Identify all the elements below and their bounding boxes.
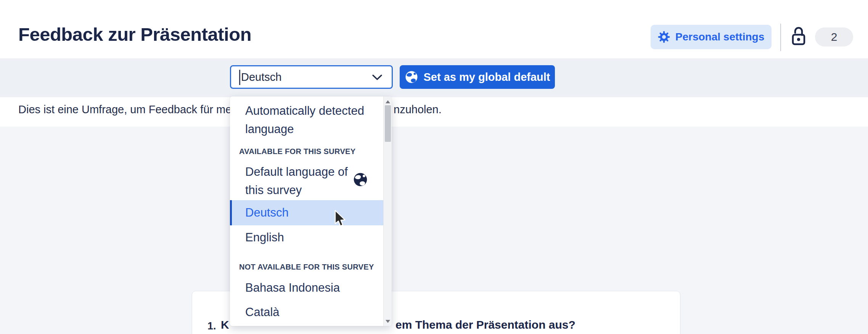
personal-settings-button[interactable]: Personal settings — [651, 25, 772, 49]
survey-description-left: Dies ist eine Umfrage, um Feedback für m… — [18, 103, 240, 116]
text-caret — [239, 70, 240, 85]
selected-language-value: Deutsch — [241, 71, 281, 84]
globe-icon — [353, 172, 368, 187]
dropdown-option-deutsch-selected[interactable]: Deutsch — [230, 200, 383, 225]
page-title: Feedback zur Präsentation — [18, 24, 251, 45]
chevron-down-icon — [372, 74, 383, 80]
set-global-default-button[interactable]: Set as my global default — [400, 65, 555, 89]
dropdown-section-available: AVAILABLE FOR THIS SURVEY — [239, 147, 355, 156]
response-count-badge[interactable]: 2 — [815, 27, 853, 47]
mouse-cursor — [334, 210, 348, 227]
dropdown-scrollbar[interactable] — [383, 96, 392, 326]
question-text-left: K — [221, 318, 229, 331]
survey-main-area: 1. K em Thema der Präsentation aus? — [0, 127, 868, 334]
dropdown-option-bahasa[interactable]: Bahasa Indonesia — [230, 280, 383, 295]
question-number: 1. — [207, 320, 216, 332]
dropdown-option-english[interactable]: English — [230, 230, 383, 245]
language-select[interactable]: Deutsch — [230, 65, 393, 89]
set-global-default-label: Set as my global default — [424, 71, 550, 84]
scroll-up-arrow-icon[interactable] — [386, 100, 390, 103]
question-text-right: em Thema der Präsentation aus? — [395, 318, 575, 331]
language-dropdown-menu: Automatically detected language AVAILABL… — [230, 96, 392, 326]
gear-icon — [658, 31, 670, 43]
dropdown-option-default-language[interactable]: Default language of this survey — [230, 163, 363, 199]
header-divider — [780, 24, 781, 51]
globe-icon — [405, 70, 418, 84]
unlock-icon[interactable] — [790, 27, 807, 46]
survey-description-right: nzuholen. — [394, 103, 442, 116]
dropdown-option-catala[interactable]: Català — [230, 305, 383, 320]
dropdown-option-auto-detect[interactable]: Automatically detected language — [230, 102, 377, 138]
personal-settings-label: Personal settings — [675, 31, 764, 43]
scroll-down-arrow-icon[interactable] — [386, 320, 390, 323]
dropdown-section-not-available: NOT AVAILABLE FOR THIS SURVEY — [239, 263, 374, 271]
scrollbar-thumb[interactable] — [385, 105, 391, 142]
survey-page: Feedback zur Präsentation Personal setti… — [0, 0, 868, 334]
